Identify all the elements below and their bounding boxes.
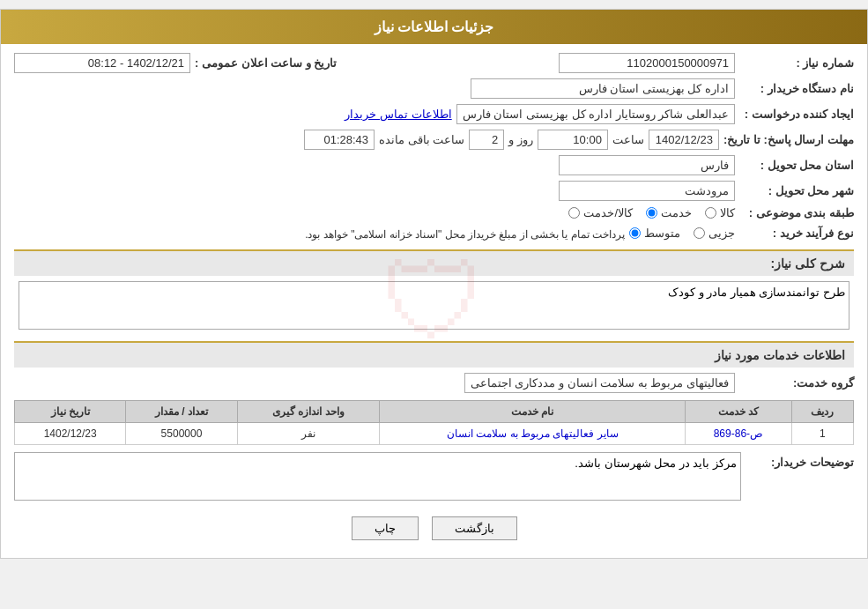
city-label: شهر محل تحویل : (739, 184, 854, 197)
services-table: ردیف کد خدمت نام خدمت واحد اندازه گیری ت… (14, 400, 854, 445)
category-option-kala[interactable]: کالا (705, 206, 735, 219)
response-day-label: روز و (508, 133, 533, 146)
province-row: استان محل تحویل : فارس (14, 155, 854, 175)
need-description-area (14, 281, 854, 332)
category-label: طبقه بندی موضوعی : (739, 206, 854, 219)
service-group-value: فعالیتهای مربوط به سلامت انسان و مددکاری… (464, 373, 735, 393)
category-kala-khedmat-label: کالا/خدمت (583, 206, 633, 219)
need-number-value: 1102000150000971 (559, 53, 735, 73)
need-number-label: شماره نیاز : (739, 56, 854, 70)
category-option-khedmat[interactable]: خدمت (646, 206, 692, 219)
page-wrapper: جزئیات اطلاعات نیاز 🛡 شماره نیاز : 11020… (0, 9, 868, 559)
category-kala-radio[interactable] (705, 207, 716, 219)
service-group-row: گروه خدمت: فعالیتهای مربوط به سلامت انسا… (14, 373, 854, 393)
cell-row: 1 (791, 423, 853, 445)
category-khedmat-radio[interactable] (646, 207, 657, 219)
cell-unit: نفر (237, 423, 380, 445)
province-label: استان محل تحویل : (739, 159, 854, 172)
table-row: 1 ص-86-869 سایر فعالیتهای مربوط به سلامت… (15, 423, 854, 445)
col-code: کد خدمت (686, 401, 791, 423)
purchase-option-motavasset[interactable]: متوسط (629, 227, 680, 240)
category-row: طبقه بندی موضوعی : کالا خدمت کالا/خدمت (14, 206, 854, 219)
content-area: 🛡 شماره نیاز : 1102000150000971 تاریخ و … (1, 44, 867, 558)
city-row: شهر محل تحویل : مرودشت (14, 181, 854, 201)
city-value: مرودشت (559, 181, 735, 201)
cell-name: سایر فعالیتهای مربوط به سلامت انسان (380, 423, 686, 445)
response-remaining-label: ساعت باقی مانده (379, 133, 464, 146)
need-description-input[interactable] (19, 281, 849, 330)
creator-row: ایجاد کننده درخواست : عبدالعلی شاکر روست… (14, 104, 854, 124)
print-button[interactable]: چاپ (352, 516, 419, 540)
response-deadline-row: مهلت ارسال پاسخ: تا تاریخ: 1402/12/23 سا… (14, 130, 854, 150)
creator-label: ایجاد کننده درخواست : (739, 108, 854, 121)
category-khedmat-label: خدمت (661, 206, 692, 219)
creator-value: عبدالعلی شاکر روستایار اداره کل بهزیستی … (456, 104, 735, 124)
buyer-desc-label: توضیحات خریدار: (748, 452, 854, 469)
purchase-type-row: نوع فرآیند خرید : جزیی متوسط پرداخت تمام… (14, 225, 854, 241)
response-date-value: 1402/12/23 (649, 130, 719, 150)
purchase-motavasset-label: متوسط (644, 227, 680, 240)
buyer-desc-row: توضیحات خریدار: (14, 452, 854, 503)
services-section-title: اطلاعات خدمات مورد نیاز (14, 341, 854, 368)
cell-date: 1402/12/23 (15, 423, 126, 445)
purchase-radio-group: جزیی متوسط (629, 227, 735, 240)
category-kala-label: کالا (720, 206, 735, 219)
back-button[interactable]: بازگشت (432, 516, 517, 540)
cell-code: ص-86-869 (686, 423, 791, 445)
need-description-label: شرح کلی نیاز: (771, 256, 845, 271)
col-row: ردیف (791, 401, 853, 423)
category-option-kala-khedmat[interactable]: کالا/خدمت (568, 206, 633, 219)
col-name: نام خدمت (380, 401, 686, 423)
category-radio-group: کالا خدمت کالا/خدمت (568, 206, 735, 219)
purchase-type-label: نوع فرآیند خرید : (739, 227, 854, 240)
purchase-jozi-radio[interactable] (694, 227, 705, 239)
province-value: فارس (559, 155, 735, 175)
buyer-org-row: نام دستگاه خریدار : اداره کل بهزیستی است… (14, 78, 854, 99)
announce-datetime-value: 1402/12/21 - 08:12 (14, 53, 190, 73)
button-row: بازگشت چاپ (14, 516, 854, 540)
response-remaining-value: 01:28:43 (304, 130, 375, 150)
need-number-row: شماره نیاز : 1102000150000971 تاریخ و سا… (14, 53, 854, 73)
response-time-value: 10:00 (538, 130, 608, 150)
col-quantity: تعداد / مقدار (126, 401, 237, 423)
buyer-org-value: اداره کل بهزیستی استان فارس (471, 78, 735, 99)
need-description-section-title: شرح کلی نیاز: (14, 249, 854, 276)
creator-link[interactable]: اطلاعات تماس خریدار (345, 108, 451, 121)
purchase-jozi-label: جزیی (708, 227, 735, 240)
buyer-org-label: نام دستگاه خریدار : (739, 82, 854, 95)
col-unit: واحد اندازه گیری (237, 401, 380, 423)
cell-quantity: 5500000 (126, 423, 237, 445)
response-time-label: ساعت (612, 133, 644, 146)
col-date: تاریخ نیاز (15, 401, 126, 423)
announce-datetime-label: تاریخ و ساعت اعلان عمومی : (195, 56, 337, 70)
response-days-value: 2 (469, 130, 504, 150)
purchase-note: پرداخت تمام یا بخشی از مبلغ خریداز محل "… (305, 228, 625, 241)
response-deadline-label: مهلت ارسال پاسخ: تا تاریخ: (723, 133, 854, 146)
service-group-label: گروه خدمت: (739, 376, 854, 390)
category-kala-khedmat-radio[interactable] (568, 207, 580, 219)
page-title: جزئیات اطلاعات نیاز (375, 19, 494, 34)
purchase-motavasset-radio[interactable] (629, 227, 641, 239)
purchase-option-jozi[interactable]: جزیی (694, 227, 735, 240)
buyer-desc-area (14, 452, 741, 503)
page-header: جزئیات اطلاعات نیاز (1, 10, 867, 44)
buyer-desc-input[interactable] (14, 452, 741, 501)
services-table-section: ردیف کد خدمت نام خدمت واحد اندازه گیری ت… (14, 400, 854, 445)
